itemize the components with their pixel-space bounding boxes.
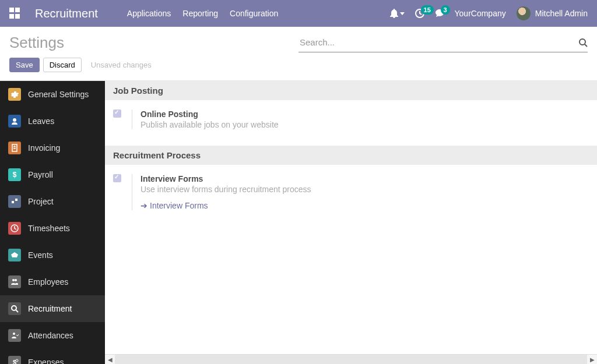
sidebar-item-label: Events <box>28 250 53 260</box>
svg-point-6 <box>12 279 15 281</box>
nav-right: 15 3 YourCompany Mitchell Admin <box>390 6 588 20</box>
recruitment-icon <box>8 302 21 315</box>
user-menu[interactable]: Mitchell Admin <box>517 6 588 20</box>
expenses-icon: $ <box>8 356 21 364</box>
nav-links: Applications Reporting Configuration <box>127 9 278 18</box>
sidebar-item-project[interactable]: Project <box>0 188 105 215</box>
sidebar-item-label: Payroll <box>28 170 53 179</box>
sidebar-item-label: Attendances <box>28 331 73 340</box>
setting-row: Interview FormsUse interview forms durin… <box>105 165 597 227</box>
sidebar-item-employees[interactable]: Employees <box>0 268 105 295</box>
activity-icon[interactable]: 15 <box>415 9 424 18</box>
section-header: Job Posting <box>105 81 597 100</box>
setting-description: Use interview forms during recruitment p… <box>141 185 589 194</box>
chat-badge: 3 <box>441 5 450 15</box>
sidebar-item-events[interactable]: Events <box>0 242 105 268</box>
discard-button[interactable]: Discard <box>43 58 82 72</box>
avatar <box>517 6 531 20</box>
sidebar-item-label: Leaves <box>28 116 54 126</box>
setting-link[interactable]: ➔ Interview Forms <box>141 201 208 210</box>
page-title: Settings <box>9 34 298 52</box>
svg-point-8 <box>12 306 16 310</box>
nav-reporting[interactable]: Reporting <box>182 9 218 18</box>
brand-title[interactable]: Recruitment <box>35 7 98 20</box>
body: General SettingsLeavesInvoicing$PayrollP… <box>0 81 597 364</box>
sidebar-item-expenses[interactable]: $Expenses <box>0 349 105 364</box>
bell-icon[interactable] <box>390 9 405 18</box>
scroll-right-icon[interactable]: ▶ <box>587 355 597 365</box>
search-input[interactable] <box>298 34 578 51</box>
svg-point-7 <box>15 279 17 281</box>
employees-icon <box>8 275 21 288</box>
section-header: Recruitment Process <box>105 146 597 165</box>
nav-applications[interactable]: Applications <box>127 9 171 18</box>
project-icon <box>8 195 21 208</box>
invoicing-icon <box>8 142 21 154</box>
leaves-icon <box>8 115 21 128</box>
payroll-icon: $ <box>8 168 21 181</box>
chat-icon[interactable]: 3 <box>435 9 444 18</box>
sidebar-item-general-settings[interactable]: General Settings <box>0 81 105 108</box>
user-name: Mitchell Admin <box>535 9 588 18</box>
horizontal-scrollbar[interactable]: ◀ ▶ <box>105 354 597 364</box>
setting-checkbox[interactable] <box>113 109 121 118</box>
events-icon <box>8 249 21 261</box>
scroll-left-icon[interactable]: ◀ <box>105 355 115 365</box>
sidebar-item-invoicing[interactable]: Invoicing <box>0 135 105 161</box>
svg-point-9 <box>13 333 15 335</box>
activity-badge: 15 <box>421 5 434 15</box>
setting-checkbox[interactable] <box>113 174 121 182</box>
sidebar-item-label: General Settings <box>28 90 89 99</box>
search-field[interactable] <box>298 34 588 52</box>
chevron-down-icon <box>400 12 405 15</box>
sidebar-item-timesheets[interactable]: Timesheets <box>0 215 105 242</box>
sidebar-item-payroll[interactable]: $Payroll <box>0 161 105 188</box>
svg-rect-3 <box>12 144 17 151</box>
sidebar-item-label: Expenses <box>28 358 64 364</box>
sidebar-item-recruitment[interactable]: Recruitment <box>0 295 105 322</box>
top-navbar: Recruitment Applications Reporting Confi… <box>0 0 597 27</box>
scroll-track[interactable] <box>115 355 587 364</box>
svg-text:$: $ <box>13 171 17 179</box>
sidebar-item-label: Recruitment <box>28 304 72 313</box>
svg-point-1 <box>580 39 585 45</box>
search-icon[interactable] <box>578 38 588 47</box>
apps-icon[interactable] <box>9 8 21 19</box>
timesheets-icon <box>8 222 21 235</box>
unsaved-indicator: Unsaved changes <box>91 61 152 69</box>
sidebar-item-label: Invoicing <box>28 143 60 153</box>
svg-point-2 <box>13 118 16 122</box>
arrow-right-icon: ➔ <box>141 201 148 210</box>
sidebar-item-label: Timesheets <box>28 224 70 233</box>
sidebar-item-label: Employees <box>28 277 68 287</box>
setting-title: Online Posting <box>141 109 589 119</box>
general-settings-icon <box>8 88 21 101</box>
settings-main: Job PostingOnline PostingPublish availab… <box>105 81 597 364</box>
control-panel: Settings Save Discard Unsaved changes <box>0 27 597 81</box>
sidebar-item-attendances[interactable]: Attendances <box>0 322 105 349</box>
sidebar-item-leaves[interactable]: Leaves <box>0 108 105 135</box>
company-name[interactable]: YourCompany <box>455 9 506 18</box>
attendances-icon <box>8 329 21 342</box>
settings-sidebar: General SettingsLeavesInvoicing$PayrollP… <box>0 81 105 364</box>
save-button[interactable]: Save <box>9 58 40 72</box>
sidebar-item-label: Project <box>28 197 54 206</box>
setting-description: Publish available jobs on your website <box>141 120 589 129</box>
nav-configuration[interactable]: Configuration <box>230 9 278 18</box>
setting-row: Online PostingPublish available jobs on … <box>105 100 597 146</box>
setting-title: Interview Forms <box>141 174 589 183</box>
